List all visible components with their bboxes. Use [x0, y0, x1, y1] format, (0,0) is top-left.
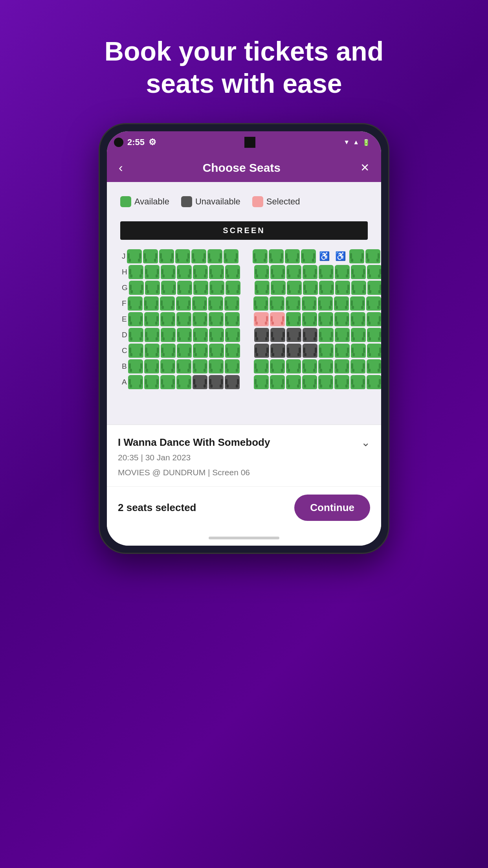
- seat[interactable]: [161, 281, 176, 295]
- seat[interactable]: [128, 328, 143, 342]
- seat[interactable]: [334, 312, 349, 326]
- seat[interactable]: [143, 249, 158, 263]
- seat[interactable]: [193, 359, 207, 373]
- seat[interactable]: [318, 359, 333, 373]
- seat[interactable]: [367, 375, 381, 389]
- seat[interactable]: [287, 281, 302, 295]
- seat[interactable]: [193, 281, 208, 295]
- seat[interactable]: [177, 328, 192, 342]
- seat[interactable]: [176, 359, 191, 373]
- seat[interactable]: [367, 265, 381, 279]
- seat[interactable]: [128, 296, 143, 311]
- seat[interactable]: [367, 359, 381, 373]
- seat[interactable]: [335, 328, 350, 342]
- seat[interactable]: [367, 281, 381, 295]
- seat[interactable]: [286, 265, 301, 279]
- seat[interactable]: [253, 296, 268, 311]
- seat[interactable]: [128, 344, 143, 358]
- seat[interactable]: [319, 328, 334, 342]
- seat[interactable]: [193, 265, 208, 279]
- seat[interactable]: [286, 296, 301, 311]
- seat[interactable]: [209, 281, 224, 295]
- seat[interactable]: [253, 249, 268, 263]
- seat[interactable]: [193, 344, 208, 358]
- seat[interactable]: [144, 359, 159, 373]
- seat[interactable]: [366, 296, 381, 311]
- seat[interactable]: [351, 344, 366, 358]
- seat[interactable]: [302, 359, 317, 373]
- seat[interactable]: [160, 375, 175, 389]
- seat[interactable]: [318, 312, 333, 326]
- seat[interactable]: [145, 281, 160, 295]
- seat[interactable]: [176, 375, 191, 389]
- seat[interactable]: [303, 265, 317, 279]
- seat[interactable]: [319, 281, 334, 295]
- seat[interactable]: [335, 344, 350, 358]
- seat[interactable]: [270, 296, 284, 311]
- seat[interactable]: [128, 359, 143, 373]
- seat[interactable]: [350, 359, 365, 373]
- seat[interactable]: [286, 375, 301, 389]
- close-button[interactable]: ✕: [360, 161, 369, 174]
- seat[interactable]: [350, 312, 365, 326]
- seat[interactable]: [193, 328, 208, 342]
- seat[interactable]: [207, 249, 222, 263]
- seat[interactable]: [351, 265, 366, 279]
- seat[interactable]: [349, 249, 364, 263]
- seat[interactable]: [161, 328, 176, 342]
- seat[interactable]: [351, 328, 366, 342]
- seat[interactable]: [319, 265, 334, 279]
- seat[interactable]: [335, 281, 350, 295]
- seat[interactable]: [225, 344, 240, 358]
- seat[interactable]: [209, 328, 224, 342]
- seat[interactable]: [286, 359, 301, 373]
- seat[interactable]: [145, 328, 160, 342]
- accessibility-seat[interactable]: ♿: [333, 249, 348, 263]
- seat-selected[interactable]: [254, 312, 269, 326]
- seat[interactable]: [365, 249, 380, 263]
- seat[interactable]: [209, 344, 224, 358]
- seat[interactable]: [350, 296, 365, 311]
- seat[interactable]: [225, 359, 240, 373]
- seat[interactable]: [129, 281, 144, 295]
- accessibility-seat[interactable]: ♿: [317, 249, 332, 263]
- seat[interactable]: [145, 344, 160, 358]
- seat[interactable]: [318, 296, 333, 311]
- seat[interactable]: [161, 344, 176, 358]
- seat[interactable]: [367, 344, 381, 358]
- seat[interactable]: [302, 375, 317, 389]
- seat[interactable]: [160, 359, 175, 373]
- seat[interactable]: [128, 375, 143, 389]
- seat[interactable]: [175, 249, 190, 263]
- seat[interactable]: [177, 281, 192, 295]
- seat[interactable]: [335, 265, 350, 279]
- seat[interactable]: [208, 296, 223, 311]
- seat[interactable]: [367, 312, 381, 326]
- seat[interactable]: [224, 249, 238, 263]
- seat[interactable]: [145, 265, 160, 279]
- seat[interactable]: [209, 359, 224, 373]
- seat[interactable]: [270, 375, 285, 389]
- seat[interactable]: [127, 249, 142, 263]
- seat[interactable]: [128, 265, 143, 279]
- seat[interactable]: [255, 281, 270, 295]
- seat[interactable]: [159, 249, 174, 263]
- seat[interactable]: [225, 312, 240, 326]
- seat[interactable]: [177, 265, 192, 279]
- seat[interactable]: [270, 265, 285, 279]
- seat[interactable]: [192, 296, 207, 311]
- seat[interactable]: [367, 328, 381, 342]
- seat[interactable]: [269, 249, 284, 263]
- seat[interactable]: [302, 312, 317, 326]
- back-button[interactable]: ‹: [119, 160, 123, 175]
- seat[interactable]: [209, 265, 224, 279]
- seat[interactable]: [334, 375, 349, 389]
- seat[interactable]: [319, 344, 334, 358]
- seat[interactable]: [176, 312, 191, 326]
- seat[interactable]: [254, 265, 269, 279]
- seat[interactable]: [225, 265, 240, 279]
- seat[interactable]: [351, 281, 366, 295]
- seat[interactable]: [225, 328, 240, 342]
- seat[interactable]: [318, 375, 333, 389]
- seat[interactable]: [286, 312, 301, 326]
